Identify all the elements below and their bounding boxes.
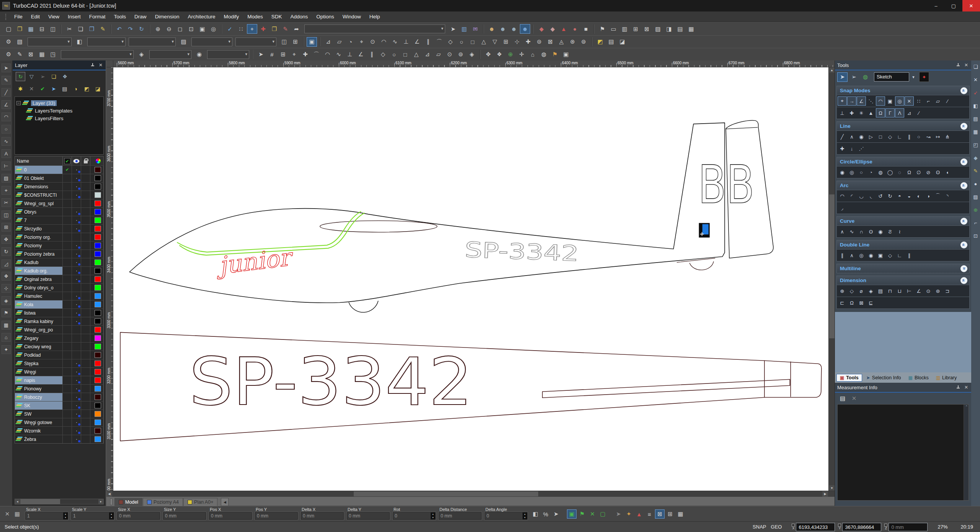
collapse-section-icon[interactable] — [960, 277, 967, 284]
arc-half-right-icon[interactable]: ◑ — [924, 191, 933, 201]
tab-scroll-left-icon[interactable]: ◀ — [221, 498, 229, 506]
dot-circle-icon[interactable]: ⊙ — [444, 50, 455, 59]
layer-lock-toggle[interactable] — [81, 317, 90, 325]
dim-leader2-icon[interactable]: ⊏ — [838, 298, 847, 307]
snap-quadrant-icon[interactable]: ▣ — [885, 96, 895, 106]
text-edit-cursor[interactable] — [699, 223, 710, 238]
dim-aligned-icon[interactable]: ◇ — [847, 286, 856, 295]
line-rotated-rect-icon[interactable]: ◇ — [885, 132, 895, 141]
circle-diameter-icon[interactable]: ○ — [857, 168, 866, 177]
layer-name[interactable]: 0 — [24, 167, 62, 173]
layer-name[interactable]: SK — [24, 403, 62, 408]
close-view-icon[interactable]: ⊠ — [642, 24, 652, 34]
circle-icon[interactable]: ○ — [456, 37, 467, 47]
maximize-button[interactable]: ▢ — [945, 0, 962, 11]
curve-closed-icon[interactable]: ʘ — [866, 227, 875, 236]
point-icon[interactable]: ⊹ — [512, 37, 522, 47]
paste-icon[interactable]: ❐ — [87, 24, 97, 34]
layer-properties-icon[interactable]: ▤ — [60, 84, 70, 93]
layer-name[interactable]: Dimensions — [24, 184, 62, 189]
layer-name[interactable]: Zegary — [24, 336, 62, 341]
layer-lock-toggle[interactable] — [81, 309, 90, 317]
arc-segment-icon[interactable]: ⌒ — [311, 50, 322, 59]
Window[interactable]: Window — [338, 11, 365, 22]
arc-half-top-icon[interactable]: ◓ — [895, 191, 904, 201]
arc-fillet-icon[interactable]: ◞ — [838, 203, 847, 212]
redo-all-icon[interactable]: ↻ — [136, 24, 147, 34]
save-icon[interactable]: ▦ — [26, 24, 36, 34]
snap-middle-icon[interactable]: ✚ — [847, 108, 856, 117]
field-input[interactable]: 0 mm — [439, 512, 482, 520]
layer-name[interactable]: Pionowy — [24, 386, 62, 392]
star-circle-icon[interactable]: ⊛ — [567, 37, 578, 47]
layer-color-swatch[interactable] — [95, 167, 101, 173]
toggle-lock-icon[interactable]: ◩ — [82, 84, 91, 93]
layer-name[interactable]: Obrys — [24, 209, 62, 215]
main-wheel-arc[interactable] — [349, 301, 378, 312]
dline-parallel-icon[interactable]: ∥ — [905, 251, 914, 260]
fill-mode-icon[interactable]: ▣ — [567, 509, 577, 519]
spinner-icon[interactable] — [431, 512, 435, 519]
spinner-icon[interactable] — [63, 512, 68, 519]
layer-row[interactable]: Skrzydlo — [15, 224, 103, 233]
point-tool-icon[interactable]: ⊹ — [2, 284, 11, 293]
Blocks[interactable]: ▦ Blocks — [905, 374, 932, 381]
user-share-icon[interactable]: ☻ — [509, 24, 519, 34]
layer-row[interactable]: 7 — [15, 216, 103, 224]
lock-column-header[interactable] — [81, 157, 90, 165]
circle-point-icon[interactable]: ⊙ — [368, 37, 378, 47]
layer-color-swatch[interactable] — [95, 302, 101, 307]
layer-name[interactable]: Żebra — [24, 437, 62, 442]
grid-frame-icon[interactable]: ⊞ — [665, 509, 675, 519]
array-grid-icon[interactable]: ⊞ — [278, 50, 288, 59]
aileron-lines[interactable] — [542, 379, 790, 398]
target-point-icon[interactable]: ⊕ — [973, 207, 978, 213]
name-column-header[interactable]: Name — [15, 157, 63, 165]
move-icon[interactable]: ✥ — [483, 50, 493, 59]
snap-center-icon[interactable]: ◠ — [876, 96, 885, 106]
layer-row[interactable]: Dolny obrys_o — [15, 283, 103, 292]
grid-table-icon[interactable]: ▦ — [37, 50, 47, 59]
layer-row[interactable]: Pionowy — [15, 384, 103, 393]
snap-target-icon[interactable]: ⌖ — [289, 50, 299, 59]
calculator-icon[interactable]: ▦ — [13, 510, 21, 518]
Edit[interactable]: Edit — [27, 11, 44, 22]
arc-half-left-icon[interactable]: ◐ — [914, 191, 923, 201]
dimension-tool-icon[interactable]: ⊢ — [2, 162, 11, 170]
color-column-header[interactable] — [93, 157, 103, 165]
layer-lock-toggle[interactable] — [81, 225, 90, 233]
arc-tool-icon[interactable]: ◠ — [2, 113, 11, 121]
layer-lock-toggle[interactable] — [81, 300, 90, 308]
layer-color-swatch[interactable] — [95, 411, 101, 417]
dim-center-icon[interactable]: ⊠ — [857, 298, 866, 307]
frame-green-icon[interactable]: ▢ — [598, 509, 608, 519]
snap-indicator[interactable]: SNAP — [753, 524, 766, 530]
circle-center-radius-icon[interactable]: ◉ — [838, 168, 847, 177]
field-input[interactable]: 0 mm — [301, 512, 344, 520]
scroll-down-icon[interactable]: ▼ — [829, 485, 835, 491]
dim-diameter-icon[interactable]: ⊚ — [933, 286, 942, 295]
close-button[interactable]: ✕ — [962, 0, 980, 11]
shade-icon[interactable]: ◨ — [664, 24, 674, 34]
cancel-edit-icon[interactable]: ✕ — [3, 510, 11, 518]
layer-row[interactable]: Żebra — [15, 435, 103, 443]
drawing-canvas[interactable]: SP-3342 BB junior SP-3342 — [113, 67, 828, 491]
layer-combo[interactable] — [28, 38, 72, 46]
toolbar-drag-handle[interactable] — [5, 14, 7, 20]
Modify[interactable]: Modify — [219, 11, 243, 22]
dline-polygon-icon[interactable]: ◉ — [866, 251, 875, 260]
array-tool-icon[interactable]: ⊞ — [2, 223, 11, 232]
percent-lock-icon[interactable]: % — [541, 509, 550, 519]
layer-name[interactable]: 01 Obiekt — [24, 176, 62, 181]
layer-lock-toggle[interactable] — [81, 401, 90, 410]
layer-color-swatch[interactable] — [95, 352, 101, 358]
layer-lock-toggle[interactable] — [81, 418, 90, 426]
spline-icon[interactable]: ∿ — [390, 37, 400, 47]
scrollbar-thumb[interactable] — [20, 499, 60, 504]
dline-single-icon[interactable]: ∥ — [838, 251, 847, 260]
quad-icon[interactable]: ▱ — [433, 50, 444, 59]
layer-lock-toggle[interactable] — [81, 250, 90, 258]
new-file-icon[interactable]: ▢ — [3, 24, 14, 34]
Addons[interactable]: Addons — [286, 11, 312, 22]
equal-circle-icon[interactable]: ⊜ — [534, 37, 544, 47]
